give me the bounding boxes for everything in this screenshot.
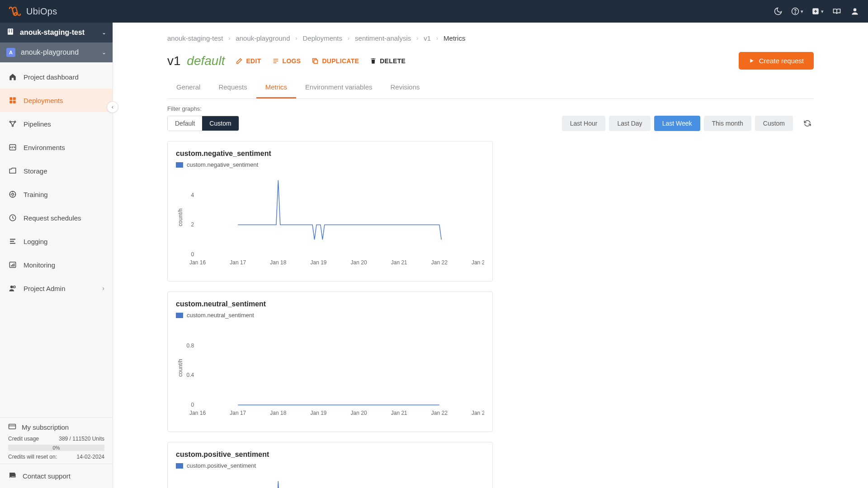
svg-text:Jan 23: Jan 23	[472, 410, 484, 416]
edit-button[interactable]: EDIT	[236, 57, 261, 65]
filter-label: Filter graphs:	[167, 105, 239, 112]
sidebar-item-monitoring[interactable]: Monitoring	[0, 253, 113, 277]
logging-icon	[8, 237, 17, 245]
svg-text:0: 0	[191, 402, 194, 408]
sidebar-item-training[interactable]: Training	[0, 183, 113, 206]
filter-default-button[interactable]: Default	[168, 116, 202, 131]
legend-label: custom.neutral_sentiment	[187, 312, 254, 319]
theme-toggle-icon[interactable]	[773, 6, 783, 16]
tab-env-vars[interactable]: Environment variables	[296, 78, 381, 99]
tab-general[interactable]: General	[167, 78, 209, 99]
duplicate-button[interactable]: DUPLICATE	[311, 57, 359, 65]
chart-legend: custom.negative_sentiment	[176, 161, 484, 168]
subscription-panel: My subscription Credit usage 389 / 11152…	[0, 418, 113, 464]
range-last-day[interactable]: Last Day	[609, 116, 650, 131]
docs-icon[interactable]	[832, 6, 842, 16]
svg-text:Jan 20: Jan 20	[351, 410, 367, 416]
contact-support[interactable]: Contact support	[0, 464, 113, 488]
filter-custom-button[interactable]: Custom	[202, 116, 238, 131]
usage-percent: 0%	[53, 445, 60, 450]
sidebar-item-pipelines[interactable]: Pipelines	[0, 112, 113, 136]
nav-label: Request schedules	[24, 214, 81, 222]
chevron-down-icon: ⌄	[102, 29, 106, 36]
range-this-month[interactable]: This month	[704, 116, 751, 131]
subscription-title: My subscription	[22, 423, 69, 431]
charts-grid: custom.negative_sentimentcustom.negative…	[167, 141, 814, 488]
svg-text:2: 2	[191, 221, 194, 228]
chevron-down-icon: ▾	[821, 9, 824, 14]
version-name: v1	[167, 54, 181, 68]
svg-text:Jan 18: Jan 18	[270, 259, 286, 266]
tab-requests[interactable]: Requests	[209, 78, 256, 99]
svg-point-14	[14, 121, 16, 122]
breadcrumb-item[interactable]: anouk-staging-test	[167, 34, 223, 42]
logs-button[interactable]: LOGS	[272, 57, 301, 65]
user-menu-icon[interactable]	[850, 6, 860, 16]
breadcrumb-item[interactable]: Deployments	[303, 34, 343, 42]
deployments-icon	[8, 96, 17, 104]
svg-point-25	[14, 286, 16, 288]
brand-logo[interactable]: UbiOps	[8, 6, 57, 17]
sidebar-item-storage[interactable]: Storage	[0, 159, 113, 183]
chart-title: custom.positive_sentiment	[176, 450, 484, 459]
range-last-week[interactable]: Last Week	[654, 116, 700, 131]
sidebar-item-schedules[interactable]: Request schedules	[0, 206, 113, 230]
collapse-sidebar-button[interactable]: ‹	[107, 101, 118, 113]
nav-label: Project Admin	[24, 285, 66, 292]
org-switcher[interactable]: anouk-staging-test ⌄	[0, 23, 113, 42]
sidebar-item-deployments[interactable]: Deployments	[0, 89, 113, 112]
project-badge: A	[6, 48, 15, 57]
nav-label: Project dashboard	[24, 73, 79, 81]
svg-rect-21	[11, 265, 12, 267]
range-last-hour[interactable]: Last Hour	[562, 116, 606, 131]
refresh-button[interactable]	[801, 117, 814, 130]
breadcrumb-item[interactable]: sentiment-analysis	[355, 34, 411, 42]
range-custom[interactable]: Custom	[755, 116, 793, 131]
svg-rect-8	[11, 31, 12, 32]
svg-rect-11	[9, 101, 12, 103]
svg-point-17	[12, 193, 14, 196]
svg-text:Jan 16: Jan 16	[189, 259, 206, 266]
version-tag: default	[187, 54, 225, 68]
sidebar: anouk-staging-test ⌄ A anouk-playground …	[0, 23, 113, 488]
svg-rect-10	[13, 97, 16, 100]
tab-revisions[interactable]: Revisions	[382, 78, 429, 99]
breadcrumb-item[interactable]: v1	[424, 34, 431, 42]
svg-rect-12	[13, 101, 16, 103]
chart-card: custom.neutral_sentimentcustom.neutral_s…	[167, 291, 493, 432]
pipelines-icon	[8, 120, 17, 128]
sidebar-nav: Project dashboard Deployments Pipelines …	[0, 62, 113, 300]
monitoring-icon	[8, 261, 17, 269]
brand-name: UbiOps	[26, 6, 57, 17]
legend-swatch	[176, 463, 183, 469]
chevron-down-icon: ⌄	[102, 49, 106, 56]
credit-usage-label: Credit usage	[8, 436, 39, 442]
create-request-button[interactable]: Create request	[739, 52, 814, 70]
org-name: anouk-staging-test	[20, 28, 85, 37]
environments-icon	[8, 143, 17, 151]
tab-metrics[interactable]: Metrics	[256, 78, 296, 99]
sidebar-item-admin[interactable]: Project Admin ›	[0, 277, 113, 300]
svg-rect-26	[9, 424, 16, 429]
svg-rect-28	[314, 60, 318, 63]
project-switcher[interactable]: A anouk-playground ⌄	[0, 42, 113, 62]
storage-icon	[8, 167, 17, 175]
svg-text:0.8: 0.8	[186, 343, 194, 349]
svg-rect-4	[8, 28, 13, 35]
add-menu[interactable]: ▾	[811, 6, 824, 16]
chat-icon	[8, 471, 16, 481]
sidebar-item-logging[interactable]: Logging	[0, 230, 113, 253]
svg-text:Jan 19: Jan 19	[310, 259, 326, 266]
chevron-down-icon: ▾	[801, 9, 803, 14]
delete-button[interactable]: DELETE	[370, 57, 406, 65]
help-menu[interactable]: ▾	[791, 6, 803, 16]
breadcrumb-item[interactable]: anouk-playground	[236, 34, 290, 42]
legend-label: custom.positive_sentiment	[187, 462, 256, 469]
nav-label: Logging	[24, 238, 47, 245]
sidebar-item-dashboard[interactable]: Project dashboard	[0, 65, 113, 89]
svg-rect-5	[9, 30, 9, 31]
sidebar-item-environments[interactable]: Environments	[0, 136, 113, 159]
svg-point-24	[10, 286, 13, 288]
reset-label: Credits will reset on:	[8, 454, 57, 460]
svg-text:0.4: 0.4	[186, 372, 194, 378]
